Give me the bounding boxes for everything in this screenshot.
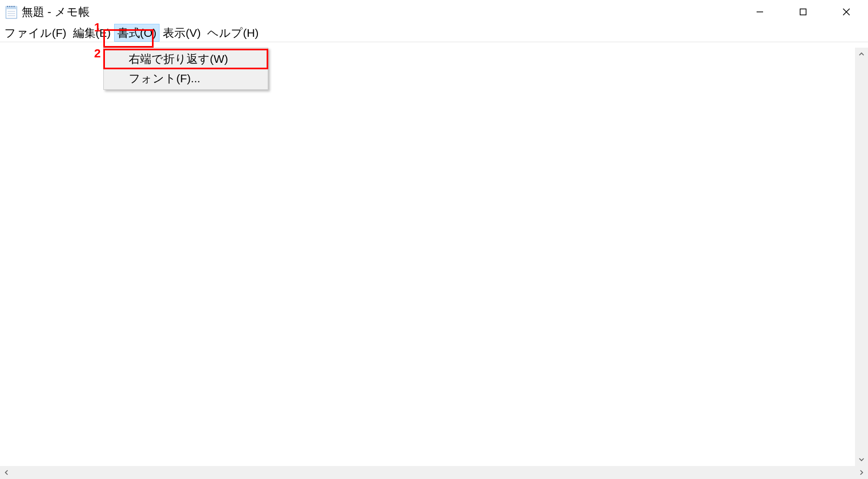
svg-point-5 [14, 6, 15, 7]
scroll-right-icon[interactable] [855, 466, 868, 479]
svg-point-2 [7, 6, 8, 7]
titlebar: 無題 - メモ帳 [0, 0, 868, 24]
menu-view[interactable]: 表示(V) [160, 24, 204, 42]
vertical-scrollbar[interactable] [855, 48, 868, 466]
text-area[interactable] [0, 48, 855, 466]
menubar: ファイル(F) 編集(E) 書式(O) 表示(V) ヘルプ(H) [0, 24, 868, 42]
scroll-left-icon[interactable] [0, 466, 13, 479]
menu-item-font[interactable]: フォント(F)... [105, 69, 267, 88]
horizontal-scrollbar[interactable] [0, 466, 868, 479]
format-dropdown: 右端で折り返す(W) フォント(F)... [103, 48, 268, 90]
scroll-up-icon[interactable] [855, 48, 868, 61]
scroll-down-icon[interactable] [855, 453, 868, 466]
menu-format[interactable]: 書式(O) [114, 24, 160, 42]
menu-item-word-wrap[interactable]: 右端で折り返す(W) [105, 49, 267, 69]
menu-file[interactable]: ファイル(F) [1, 24, 70, 42]
svg-point-3 [9, 6, 10, 7]
notepad-icon [5, 5, 17, 19]
svg-rect-10 [800, 9, 806, 15]
close-button[interactable] [825, 0, 868, 24]
window-title: 無題 - メモ帳 [22, 4, 90, 19]
menu-help[interactable]: ヘルプ(H) [204, 24, 262, 42]
menu-edit[interactable]: 編集(E) [70, 24, 114, 42]
titlebar-left: 無題 - メモ帳 [0, 4, 738, 19]
maximize-button[interactable] [781, 0, 825, 24]
window-controls [738, 0, 868, 24]
svg-point-4 [11, 6, 12, 7]
minimize-button[interactable] [738, 0, 781, 24]
